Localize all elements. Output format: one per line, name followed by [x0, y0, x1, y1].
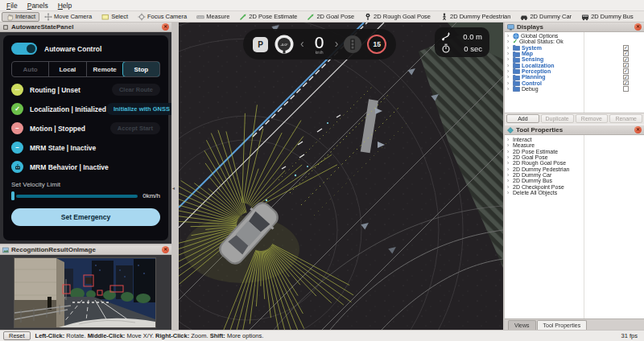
accept-start-button[interactable]: Accept Start: [110, 122, 160, 134]
mode-auto[interactable]: Auto: [12, 62, 48, 76]
expand-arrow-icon[interactable]: ›: [507, 142, 511, 148]
tool-2d-dummy-pedestrian[interactable]: 2D Dummy Pedestrian: [436, 12, 514, 22]
clear-route-button[interactable]: Clear Route: [112, 84, 160, 96]
expand-arrow-icon[interactable]: ›: [507, 166, 511, 172]
expand-arrow-icon[interactable]: ›: [507, 190, 511, 195]
tool-2d-checkpoint-pose[interactable]: 2D Checkpoint Pose: [639, 12, 644, 22]
expand-arrow-icon[interactable]: ›: [507, 137, 511, 142]
menu-help[interactable]: Help: [54, 1, 76, 10]
expand-arrow-icon[interactable]: ›: [507, 39, 511, 44]
tool-2d-dummy-car[interactable]: 2D Dummy Car: [516, 12, 576, 22]
tool-prop-row[interactable]: ›2D Rough Goal Pose: [505, 160, 644, 166]
tab-tool-properties[interactable]: Tool Properties: [537, 320, 588, 330]
tool-prop-row[interactable]: ›2D Dummy Pedestrian: [505, 166, 644, 171]
tree-row-planning[interactable]: › Planning ✓: [505, 74, 644, 80]
expand-arrow-icon[interactable]: ›: [507, 86, 511, 92]
expand-arrow-icon[interactable]: ›: [507, 51, 511, 56]
expand-arrow-icon[interactable]: ›: [507, 160, 511, 166]
gear-indicator: P: [253, 37, 268, 52]
tool-label: 2D Dummy Car: [530, 13, 572, 20]
velocity-limit-slider[interactable]: [11, 191, 138, 200]
expand-arrow-icon[interactable]: ›: [507, 68, 511, 74]
reset-button[interactable]: Reset: [3, 331, 31, 340]
tool-prop-row[interactable]: ›2D Dummy Car: [505, 172, 644, 178]
expand-arrow-icon[interactable]: ›: [507, 172, 511, 178]
tool-move-camera[interactable]: Move Camera: [40, 12, 96, 22]
expand-arrow-icon[interactable]: ›: [507, 184, 511, 190]
tool-prop-row[interactable]: ›2D Goal Pose: [505, 154, 644, 160]
checkbox[interactable]: ✓: [623, 68, 629, 74]
tool-prop-label: 2D Dummy Bus: [513, 178, 552, 183]
expand-arrow-icon[interactable]: ›: [507, 178, 511, 183]
tree-row-debug[interactable]: › Debug: [505, 86, 644, 92]
tool-prop-row[interactable]: ›Interact: [505, 137, 644, 142]
close-icon[interactable]: ✕: [634, 126, 642, 134]
autoware-control-toggle[interactable]: [11, 43, 37, 55]
mode-local[interactable]: Local: [48, 62, 85, 76]
checkbox[interactable]: ✓: [623, 51, 629, 56]
tool-focus-camera[interactable]: Focus Camera: [134, 12, 191, 22]
expand-arrow-icon[interactable]: ›: [507, 149, 511, 154]
close-icon[interactable]: ✕: [162, 23, 169, 31]
expand-arrow-icon[interactable]: ›: [507, 74, 511, 80]
displays-panel-titlebar[interactable]: Displays ✕: [505, 23, 644, 32]
dock-resize-handle[interactable]: ◂: [171, 23, 179, 330]
tree-row-global-options[interactable]: › Global Options: [505, 33, 644, 39]
tool-prop-label: 2D Goal Pose: [513, 154, 548, 160]
tool-interact[interactable]: Interact: [2, 12, 39, 22]
tree-row-system[interactable]: › System ✓: [505, 45, 644, 51]
slider-handle[interactable]: [11, 191, 14, 200]
checkbox[interactable]: ✓: [623, 45, 629, 51]
tool-properties-titlebar[interactable]: Tool Properties ✕: [505, 125, 644, 135]
chevron-left-icon[interactable]: ‹: [300, 38, 304, 51]
tool-prop-row[interactable]: ›2D Dummy Bus: [505, 178, 644, 183]
expand-arrow-icon[interactable]: ›: [507, 56, 511, 62]
duplicate-display-button[interactable]: Duplicate: [541, 114, 574, 123]
checkbox[interactable]: ✓: [623, 80, 629, 86]
set-emergency-button[interactable]: Set Emergency: [11, 208, 160, 226]
tool-prop-row[interactable]: ›2D Pose Estimate: [505, 149, 644, 154]
close-icon[interactable]: ✕: [634, 23, 642, 31]
expand-arrow-icon[interactable]: ›: [507, 33, 511, 39]
expand-arrow-icon[interactable]: ›: [507, 154, 511, 160]
tree-row-perception[interactable]: › Perception ✓: [505, 68, 644, 74]
tool-2d-rough-goal-pose[interactable]: 2D Rough Goal Pose: [360, 12, 435, 22]
tool-2d-pose-estimate[interactable]: 2D Pose Estimate: [235, 12, 301, 22]
remove-display-button[interactable]: Remove: [576, 114, 609, 123]
recognition-panel-titlebar[interactable]: RecognitionResultOnImage ✕: [0, 245, 171, 255]
autoware-panel-titlebar[interactable]: AutowareStatePanel ✕: [0, 23, 171, 32]
checkbox[interactable]: ✓: [623, 75, 629, 80]
collapse-left-icon[interactable]: ◂: [172, 185, 175, 191]
tab-views[interactable]: Views: [508, 320, 536, 330]
tool-measure[interactable]: Measure: [192, 12, 233, 22]
3d-viewport[interactable]: P -0.0° ‹ 0 km/h › 15: [179, 23, 503, 330]
tool-2d-dummy-bus[interactable]: 2D Dummy Bus: [577, 12, 638, 22]
mode-remote[interactable]: Remote: [86, 62, 123, 76]
tool-prop-row[interactable]: ›Measure: [505, 142, 644, 148]
tool-prop-row[interactable]: ›2D Checkpoint Pose: [505, 183, 644, 189]
menu-panels[interactable]: Panels: [23, 1, 52, 10]
initialize-with-gnss-button[interactable]: Initialize with GNSS: [106, 103, 177, 115]
checkbox[interactable]: [623, 86, 629, 92]
checkbox[interactable]: ✓: [623, 57, 629, 63]
expand-arrow-icon[interactable]: ›: [507, 80, 511, 86]
expand-arrow-icon[interactable]: ›: [507, 45, 511, 51]
tool-prop-row[interactable]: ›Delete All Objects: [505, 190, 644, 195]
tree-row-control[interactable]: › Control ✓: [505, 80, 644, 85]
tool-select[interactable]: Select: [97, 12, 132, 22]
rename-display-button[interactable]: Rename: [609, 114, 642, 123]
add-display-button[interactable]: Add: [506, 114, 539, 123]
tool-2d-goal-pose[interactable]: 2D Goal Pose: [303, 12, 358, 22]
expand-arrow-icon[interactable]: ›: [507, 63, 511, 68]
autoware-control-label: Autoware Control: [44, 45, 101, 53]
chevron-right-icon[interactable]: ›: [335, 38, 339, 51]
tree-row-global-status[interactable]: › ✓ Global Status: Ok: [505, 39, 644, 44]
mode-stop[interactable]: Stop: [122, 61, 160, 77]
svg-text:-0.0°: -0.0°: [281, 43, 288, 47]
tree-row-localization[interactable]: › Localization ✓: [505, 62, 644, 68]
checkbox[interactable]: ✓: [623, 63, 629, 68]
tree-row-map[interactable]: › Map ✓: [505, 51, 644, 56]
menu-file[interactable]: File: [2, 1, 22, 10]
close-icon[interactable]: ✕: [162, 246, 169, 253]
tree-row-sensing[interactable]: › Sensing ✓: [505, 56, 644, 62]
